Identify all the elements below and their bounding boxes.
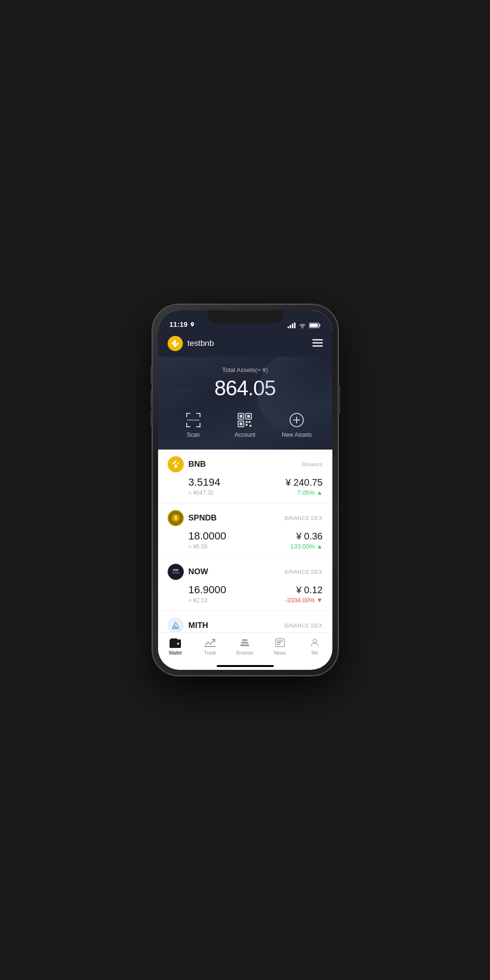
svg-rect-13: [196, 413, 200, 414]
me-icon-svg: [309, 637, 320, 648]
svg-rect-18: [200, 423, 200, 427]
asset-bottom-spndb: 18.0000 ≈ ¥6.58 ¥ 0.36 133.00% ▲: [168, 530, 323, 550]
svg-text:TOKEN: TOKEN: [172, 572, 180, 574]
spndb-asset-icon: $: [171, 513, 180, 523]
asset-item-spndb[interactable]: $ SPNDB BINANCE DEX 18.0000 ≈ ¥6.58 ¥ 0.…: [158, 503, 332, 557]
trade-nav-icon: [204, 637, 216, 649]
svg-rect-32: [296, 417, 297, 423]
total-assets-label: Total Assets(≈ ¥): [168, 366, 323, 373]
hero-section: Total Assets(≈ ¥) 864.05: [158, 357, 332, 450]
spndb-price: ¥ 0.36: [290, 531, 323, 542]
svg-rect-43: [170, 638, 177, 640]
nav-me[interactable]: Me: [300, 637, 329, 656]
bnb-balance: 3.5194: [189, 476, 220, 489]
wallet-icon-svg: [170, 637, 181, 648]
svg-rect-16: [186, 423, 187, 427]
new-assets-button[interactable]: New Assets: [280, 412, 313, 438]
mith-icon: [168, 617, 184, 632]
bnb-logo-icon: [168, 336, 183, 351]
now-exchange: BINANCE DEX: [284, 569, 322, 575]
spndb-up-arrow: ▲: [317, 543, 323, 550]
svg-rect-46: [240, 645, 249, 647]
svg-marker-39: [172, 625, 176, 628]
trade-nav-label: Trade: [204, 650, 216, 656]
account-button[interactable]: Account: [228, 412, 261, 438]
svg-rect-23: [247, 415, 250, 418]
plus-circle-svg: [288, 412, 305, 429]
now-fiat: ≈ ¥2.13: [189, 597, 227, 604]
account-name: testbnb: [188, 339, 214, 348]
spndb-icon: $: [168, 510, 184, 526]
svg-rect-42: [170, 640, 181, 642]
bnb-up-arrow: ▲: [317, 489, 323, 496]
svg-rect-19: [187, 420, 200, 421]
svg-rect-5: [319, 324, 320, 327]
battery-icon: [309, 323, 321, 328]
spndb-change: 133.00% ▲: [290, 543, 323, 550]
menu-button[interactable]: [312, 339, 323, 348]
bnb-name: BNB: [189, 460, 206, 469]
nav-wallet[interactable]: Wallet: [161, 637, 190, 656]
svg-rect-27: [249, 421, 250, 423]
nav-trade[interactable]: Trade: [196, 637, 224, 656]
scan-button[interactable]: Scan: [177, 412, 210, 438]
new-assets-icon: [288, 412, 305, 429]
mith-name: MITH: [189, 621, 209, 630]
me-nav-label: Me: [311, 650, 318, 656]
now-change: -3334.00% ▼: [285, 597, 322, 604]
svg-rect-12: [186, 413, 187, 417]
now-balance-block: 16.9000 ≈ ¥2.13: [189, 584, 227, 604]
asset-item-now[interactable]: NOW TOKEN NOW BINANCE DEX 16.9000 ≈ ¥2.1…: [158, 557, 332, 611]
now-balance: 16.9000: [189, 584, 227, 596]
phone-screen: 11:19: [158, 310, 332, 670]
wallet-nav-icon: [169, 637, 181, 649]
svg-rect-0: [288, 326, 289, 328]
svg-text:$: $: [174, 515, 177, 520]
svg-rect-6: [310, 324, 318, 327]
svg-rect-8: [312, 339, 323, 341]
now-price: ¥ 0.12: [285, 585, 322, 596]
hamburger-icon: [312, 339, 323, 347]
svg-point-44: [177, 643, 179, 645]
svg-rect-21: [240, 415, 242, 418]
spndb-balance-block: 18.0000 ≈ ¥6.58: [189, 530, 227, 550]
svg-rect-14: [200, 413, 200, 417]
bnb-price-block: ¥ 240.75 7.05% ▲: [286, 477, 323, 496]
new-assets-label: New Assets: [282, 431, 312, 438]
account-icon: [236, 412, 253, 429]
svg-rect-25: [240, 422, 242, 425]
svg-rect-48: [242, 639, 248, 641]
svg-point-53: [313, 639, 316, 643]
nav-news[interactable]: News: [266, 637, 294, 656]
asset-top-mith: MITH BINANCE DEX: [168, 617, 323, 632]
browser-nav-icon: [239, 637, 251, 649]
spndb-balance: 18.0000: [189, 530, 227, 542]
spndb-exchange: BINANCE DEX: [284, 515, 322, 521]
svg-rect-15: [186, 426, 190, 427]
asset-item-mith[interactable]: MITH BINANCE DEX 22.8900 ≈ ¥8.02 ¥ 0.35 …: [158, 611, 332, 632]
news-nav-icon: [274, 637, 286, 649]
total-assets-amount: 864.05: [168, 376, 323, 400]
svg-rect-45: [204, 646, 216, 647]
svg-rect-10: [312, 345, 323, 347]
qr-svg: [236, 412, 253, 429]
scan-svg: [185, 412, 202, 429]
now-price-block: ¥ 0.12 -3334.00% ▼: [285, 585, 322, 604]
spndb-name: SPNDB: [189, 513, 217, 523]
assets-list: BNB Binance 3.5194 ≈ ¥847.32 ¥ 240.75 7.…: [158, 450, 332, 632]
scan-icon: [185, 412, 202, 429]
wifi-icon: [299, 323, 306, 328]
asset-bottom-now: 16.9000 ≈ ¥2.13 ¥ 0.12 -3334.00% ▼: [168, 584, 323, 604]
header-left: testbnb: [168, 336, 214, 351]
me-nav-icon: [309, 637, 321, 649]
svg-rect-2: [292, 323, 293, 328]
nav-browser[interactable]: Browser: [230, 637, 259, 656]
svg-rect-50: [277, 640, 283, 641]
svg-rect-3: [294, 323, 295, 328]
asset-top-bnb: BNB Binance: [168, 456, 323, 472]
asset-item-bnb[interactable]: BNB Binance 3.5194 ≈ ¥847.32 ¥ 240.75 7.…: [158, 450, 332, 503]
bnb-price: ¥ 240.75: [286, 477, 323, 488]
bnb-fiat: ≈ ¥847.32: [189, 490, 220, 496]
svg-rect-26: [246, 421, 248, 423]
svg-rect-52: [277, 644, 280, 645]
